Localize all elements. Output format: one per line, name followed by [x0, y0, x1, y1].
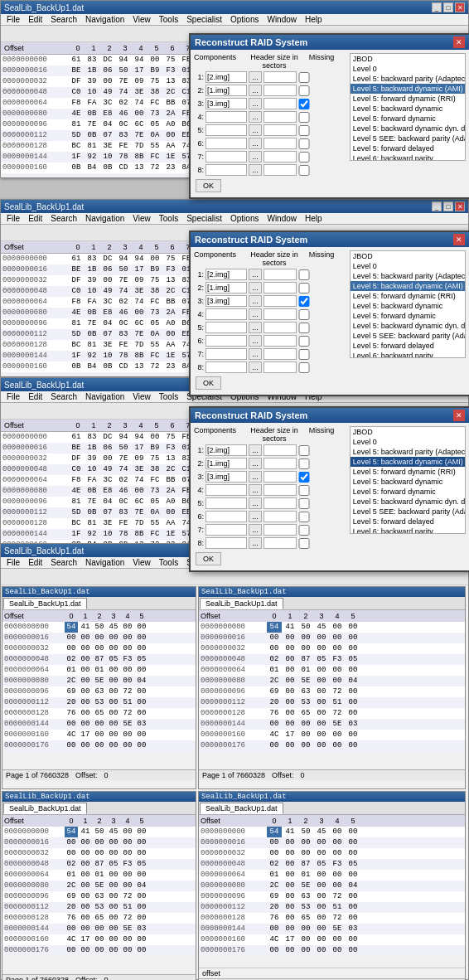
raid-missing-cb[interactable]: [298, 138, 310, 149]
raid-name-input[interactable]: [205, 111, 247, 123]
jbod2-l5bd-ami[interactable]: Level 5: backward dynamic (AMI): [351, 281, 465, 291]
menu-window-2[interactable]: Window: [263, 214, 301, 223]
menu-view-b[interactable]: View: [128, 558, 155, 567]
jbod-item-l5bp-1[interactable]: Level 5: backward parity (Adaptec): [351, 74, 465, 84]
menu-search-b[interactable]: Search: [46, 558, 81, 567]
menu-edit-2[interactable]: Edit: [24, 214, 46, 223]
menu-help-2[interactable]: Help: [301, 214, 326, 223]
menu-edit-1[interactable]: Edit: [24, 15, 46, 24]
menu-specialist-1[interactable]: Specialist: [182, 15, 226, 24]
raid-size-input[interactable]: [264, 164, 297, 176]
raid-dots-btn[interactable]: ...: [249, 537, 262, 549]
raid-missing-cb[interactable]: [298, 458, 310, 469]
menu-tools-2[interactable]: Tools: [155, 214, 182, 223]
jbod2-l5fwd[interactable]: Level 5: forward delayed: [351, 341, 465, 351]
raid-jbod-list-2[interactable]: JBOD Level 0 Level 5: backward parity (A…: [350, 250, 466, 358]
raid-size-input[interactable]: [264, 335, 297, 347]
raid-size-input[interactable]: [264, 484, 297, 496]
raid-dots-btn[interactable]: ...: [249, 98, 262, 109]
raid-missing-cb[interactable]: [298, 362, 310, 373]
raid-name-input[interactable]: [205, 361, 247, 373]
menu-window-1[interactable]: Window: [263, 15, 301, 24]
raid-dots-btn[interactable]: ...: [249, 458, 262, 469]
menu-search-2[interactable]: Search: [46, 214, 81, 223]
maximize-btn-2[interactable]: □: [443, 201, 453, 211]
raid-missing-cb[interactable]: [298, 525, 310, 536]
menu-file-3[interactable]: File: [2, 392, 24, 401]
jbod3-l5bd2[interactable]: Level 5: backward dynamic: [351, 477, 465, 487]
menu-tools-1[interactable]: Tools: [155, 15, 182, 24]
jbod-item-l5bddd-1[interactable]: Level 5: backward dynamic dyn. del. (CRU…: [351, 124, 465, 133]
raid-name-input[interactable]: [205, 295, 247, 307]
jbod2-l5fdp[interactable]: Level 5: forward dynamic (RRI): [351, 291, 465, 301]
raid-size-input[interactable]: [264, 458, 297, 469]
menu-view-1[interactable]: View: [128, 15, 155, 24]
raid-name-input[interactable]: [205, 269, 247, 280]
jbod-item-l5bd-ami-1[interactable]: Level 5: backward dynamic (AMI): [351, 84, 465, 94]
raid-missing-cb[interactable]: [298, 498, 310, 509]
minimize-btn-2[interactable]: _: [432, 201, 442, 211]
menu-options-2[interactable]: Options: [226, 214, 263, 223]
tab-tr-1[interactable]: SealLib_BackUp1.dat: [200, 598, 283, 609]
raid-size-input[interactable]: [264, 98, 297, 109]
jbod-item-l6bp-1[interactable]: Level 6: backward parity: [351, 153, 465, 161]
raid-missing-cb[interactable]: [298, 165, 310, 176]
raid-ok-3[interactable]: OK: [196, 552, 221, 565]
jbod-item-l5fwd-1[interactable]: Level 5: forward delayed: [351, 143, 465, 153]
jbod3-l5fd[interactable]: Level 5: forward dynamic: [351, 487, 465, 497]
raid-jbod-list-1[interactable]: JBOD Level 0 Level 5: backward parity (A…: [350, 53, 466, 161]
raid-size-input[interactable]: [264, 151, 297, 163]
close-btn-2[interactable]: ✕: [455, 201, 465, 211]
menu-help-1[interactable]: Help: [301, 15, 326, 24]
raid-dots-btn[interactable]: ...: [249, 282, 262, 294]
raid-missing-cb[interactable]: [298, 336, 310, 347]
raid-dots-btn[interactable]: ...: [249, 111, 262, 123]
raid-missing-cb[interactable]: [298, 309, 310, 320]
raid-dots-btn[interactable]: ...: [249, 164, 262, 176]
jbod2-l5bp[interactable]: Level 5: backward parity (Adaptec): [351, 271, 465, 281]
raid-missing-cb[interactable]: [298, 72, 310, 83]
jbod2-l5see[interactable]: Level 5 SEE: backward parity (Adaptec): [351, 331, 465, 341]
raid-dots-btn[interactable]: ...: [249, 85, 262, 96]
jbod2-l5fd[interactable]: Level 5: forward dynamic: [351, 311, 465, 321]
minimize-btn-1[interactable]: _: [432, 2, 442, 12]
raid-size-input[interactable]: [264, 497, 297, 509]
raid-size-input[interactable]: [264, 537, 297, 549]
raid-dots-btn[interactable]: ...: [249, 361, 262, 373]
raid-missing-cb[interactable]: [298, 125, 310, 136]
menu-options-1[interactable]: Options: [226, 15, 263, 24]
raid-dots-btn[interactable]: ...: [249, 151, 262, 163]
jbod3-l5fwd[interactable]: Level 5: forward delayed: [351, 517, 465, 526]
raid-size-input[interactable]: [264, 138, 297, 149]
jbod-item-l5bd2-1[interactable]: Level 5: backward dynamic: [351, 104, 465, 114]
raid-dots-btn[interactable]: ...: [249, 138, 262, 149]
raid-ok-2[interactable]: OK: [196, 376, 221, 390]
close-btn-1[interactable]: ✕: [455, 2, 465, 12]
menu-file-b[interactable]: File: [2, 558, 24, 567]
menu-view-3[interactable]: View: [128, 392, 155, 401]
raid-missing-cb[interactable]: [298, 152, 310, 163]
raid-name-input[interactable]: [205, 151, 247, 163]
raid-name-input[interactable]: [205, 124, 247, 136]
jbod3-l5fdp[interactable]: Level 5: forward dynamic (RRI): [351, 467, 465, 477]
raid-size-input[interactable]: [264, 282, 297, 294]
raid-size-input[interactable]: [264, 124, 297, 136]
raid-size-input[interactable]: [264, 308, 297, 320]
menu-nav-1[interactable]: Navigation: [81, 15, 128, 24]
jbod-item-l5see-1[interactable]: Level 5 SEE: backward parity (Adaptec): [351, 133, 465, 143]
menu-search-1[interactable]: Search: [46, 15, 81, 24]
raid-dots-btn[interactable]: ...: [249, 524, 262, 536]
raid-name-input[interactable]: [205, 511, 247, 522]
raid-missing-cb[interactable]: [298, 283, 310, 294]
jbod2-l0[interactable]: Level 0: [351, 261, 465, 271]
jbod-item-l5fd-1[interactable]: Level 5: forward dynamic: [351, 114, 465, 124]
raid-size-input[interactable]: [264, 511, 297, 522]
jbod2-jbod[interactable]: JBOD: [351, 251, 465, 261]
raid-close-2[interactable]: ✕: [453, 234, 465, 245]
menu-edit-3[interactable]: Edit: [24, 392, 46, 401]
menu-nav-3[interactable]: Navigation: [81, 392, 128, 401]
raid-dots-btn[interactable]: ...: [249, 308, 262, 320]
raid-name-input[interactable]: [205, 138, 247, 149]
jbod3-jbod[interactable]: JBOD: [351, 427, 465, 437]
menu-nav-b[interactable]: Navigation: [81, 558, 128, 567]
